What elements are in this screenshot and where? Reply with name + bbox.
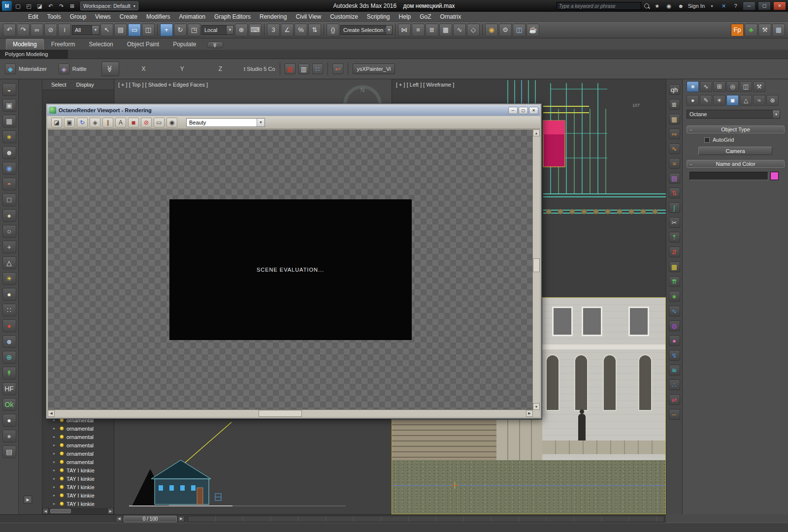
help-icon[interactable]: ? [731,1,740,10]
ornatrix-strand-icon[interactable]: ∿ [669,143,680,154]
scroll-down-icon[interactable]: ▼ [533,403,540,410]
expand-arrow-icon[interactable]: ▸ [53,476,57,481]
box-icon[interactable]: □ [2,193,16,206]
menu-item[interactable]: Graph Editors [210,12,255,21]
cone-icon[interactable]: △ [2,256,16,269]
undo-icon[interactable]: ↶ [3,24,16,36]
camera-object-button[interactable]: Camera [698,147,772,155]
geometry-category-icon[interactable]: ● [687,95,699,106]
scroll-left-icon[interactable]: ◀ [42,508,49,514]
rattle-label[interactable]: Rattle [72,66,87,72]
sphere-gray-icon[interactable]: ● [2,430,16,442]
previous-frame-button[interactable]: ◀ [116,516,123,522]
keyboard-override-icon[interactable]: ⌨ [249,24,262,36]
autogrid-checkbox[interactable] [704,137,710,143]
space-warps-category-icon[interactable]: ≈ [753,95,765,106]
pause-render-icon[interactable]: ∥ [102,118,113,127]
viewport-top-label[interactable]: [ + ] [ Top ] [ Shaded + Edged Faces ] [118,82,208,88]
viewport-front[interactable] [114,419,392,514]
menu-item[interactable]: GoZ [415,12,435,21]
next-frame-button[interactable]: ▶ [178,516,185,522]
maximize-button[interactable]: ▢ [519,107,528,114]
select-and-scale-icon[interactable]: ◳ [188,24,200,36]
percent-snap-icon[interactable]: % [295,24,307,36]
curve-editor-icon[interactable]: ∿ [453,24,466,36]
scene-explorer-row[interactable]: ▸ ornamental [42,449,114,458]
explorer-menu-item[interactable]: Display [72,82,98,88]
schematic-view-icon[interactable]: ◇ [467,24,480,36]
maximize-button[interactable]: ▢ [758,1,771,10]
camera-category-dropdown[interactable]: Octane ▾ [687,110,780,119]
render-vscrollbar[interactable]: ▲ ▼ [533,129,540,410]
sphere-white-icon[interactable]: ● [2,414,16,427]
motion-tab-icon[interactable]: ◎ [726,81,739,92]
selection-region-icon[interactable]: ▭ [128,24,141,36]
dots-icon[interactable]: ∷ [2,304,16,316]
scroll-thumb[interactable] [533,258,540,272]
dots-grid-icon[interactable]: ∷ [312,63,323,74]
expand-arrow-icon[interactable]: ▸ [53,426,57,431]
rattle-icon[interactable]: ◈ [59,63,69,74]
ribbon-tab[interactable]: Selection [82,39,119,50]
light-bulb-icon[interactable] [60,476,64,481]
select-object-icon[interactable]: ↖ [100,24,113,36]
menu-item[interactable]: Create [115,12,142,21]
undo-small-icon[interactable]: ↶ [46,1,55,10]
menu-item[interactable]: Customize [326,12,362,21]
render-pass-dropdown[interactable]: Beauty ▾ [186,118,265,127]
ball-duo-icon[interactable]: ◓ [2,178,16,190]
expand-arrow-icon[interactable]: ▸ [53,501,57,506]
render-region-icon[interactable]: ◙ [128,118,139,127]
light-bulb-icon[interactable] [60,468,64,472]
systems-category-icon[interactable]: ⊛ [766,95,779,106]
fence-grid-icon[interactable]: ▦ [285,63,296,74]
menu-item[interactable]: Modifiers [142,12,175,21]
favorites-star-icon[interactable]: ★ [653,1,662,10]
light-bulb-icon[interactable] [60,485,64,489]
image-plane-icon[interactable]: ▣ [2,99,16,112]
sun-icon[interactable]: ☀ [2,272,16,285]
stop-render-icon[interactable]: ⊘ [141,118,152,127]
curve-arrow-icon[interactable]: ↩ [332,63,343,74]
save-image-icon[interactable]: ◪ [51,118,62,127]
scroll-thumb[interactable] [50,509,71,513]
ornatrix-drops-icon[interactable]: ∴ [669,379,680,390]
teapot-icon[interactable]: ◒ [2,83,16,96]
sign-in-chevron-icon[interactable]: ▾ [707,1,717,10]
lock-view-icon[interactable]: ◈ [90,118,100,127]
ornatrix-scissors-icon[interactable]: ✂ [669,217,680,228]
ornatrix-flow-icon[interactable]: ∫ [669,202,680,213]
ornatrix-leaf-icon[interactable]: ∗ [669,291,680,302]
panel-expand-button[interactable]: ▶ [24,496,32,503]
tools-plugin-icon[interactable]: ⚒ [758,24,771,36]
select-and-link-icon[interactable]: ∞ [31,24,43,36]
reference-coordinate-dropdown[interactable]: Local ▾ [201,25,234,35]
ornatrix-redgreen-icon[interactable]: ⇵ [669,247,680,257]
close-button[interactable]: ✕ [529,107,538,114]
select-by-name-icon[interactable]: ▤ [114,24,127,36]
ribbon-toggle-icon[interactable]: ▦ [439,24,452,36]
ornatrix-purple-icon[interactable]: ◍ [669,320,680,331]
named-selection-set-dropdown[interactable]: Create Selection Se ▾ [340,25,393,35]
open-file-icon[interactable]: ◰ [24,1,33,10]
scroll-thumb[interactable] [259,410,302,417]
layer-manager-icon[interactable]: ≣ [426,24,438,36]
ribbon-tab[interactable]: Modeling [6,39,44,50]
refresh-render-icon[interactable]: ↻ [77,118,88,127]
expand-arrow-icon[interactable]: ▸ [53,435,57,439]
workspace-dropdown[interactable]: Workspace: Default ▾ [80,1,138,10]
studio-dropdown-label[interactable]: t Studio 5 Co [244,66,275,72]
materializer-label[interactable]: Materializer [19,66,47,72]
explorer-menu-item[interactable]: Select [47,82,70,88]
name-color-rollout-header[interactable]: - Name and Color [687,160,785,168]
ornatrix-sprout-icon[interactable]: ⇡ [669,232,680,243]
new-scene-icon[interactable]: ▢ [13,1,23,10]
ornatrix-curl-icon[interactable]: ∾ [669,128,680,139]
menu-item[interactable]: Rendering [255,12,291,21]
figure-icon[interactable]: ☻ [2,146,16,159]
scene-explorer-row[interactable]: ▸ TAY I kinkie [42,500,114,508]
render-hscrollbar[interactable]: ◀ ▶ [48,410,533,417]
materializer-icon[interactable]: ◆ [5,63,16,74]
light-bulb-icon[interactable] [60,435,64,439]
scroll-left-icon[interactable]: ◀ [48,410,55,417]
